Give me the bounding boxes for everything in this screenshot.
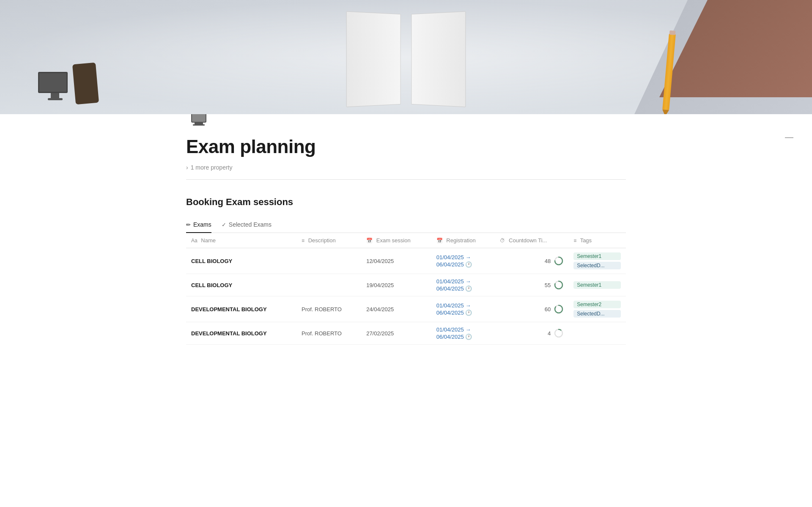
more-property-toggle[interactable]: › 1 more property: [186, 162, 626, 173]
col-countdown: ⏱ Countdown Ti...: [495, 233, 568, 248]
pencil-eraser: [669, 30, 676, 35]
exams-table: Aa Name ≡ Description 📅 Exam session 📅 R…: [186, 233, 626, 345]
table-row[interactable]: CELL BIOLOGY19/04/2025 01/04/2025 → 06/0…: [186, 274, 626, 296]
tags-col-icon: ≡: [573, 238, 576, 244]
tab-exams[interactable]: ✏ Exams: [186, 218, 211, 233]
page-title: Exam planning: [186, 136, 626, 157]
name-col-icon: Aa: [191, 238, 198, 244]
monitor-screen: [38, 72, 68, 93]
cell-registration[interactable]: 01/04/2025 → 06/04/2025 🕐: [431, 296, 495, 322]
tags-col-label: Tags: [580, 237, 592, 244]
section-divider: [186, 179, 626, 180]
desc-col-icon: ≡: [302, 238, 304, 244]
name-col-label: Name: [201, 237, 216, 244]
reg-col-label: Registration: [446, 237, 475, 244]
tab-selected-exams-label: Selected Exams: [229, 221, 272, 228]
hero-banner: [0, 0, 812, 114]
cell-countdown: 55: [495, 274, 568, 296]
svg-point-9: [555, 305, 562, 313]
cell-name: DEVELOPMENTAL BIOLOGY: [186, 296, 296, 322]
table-row[interactable]: CELL BIOLOGY12/04/2025 01/04/2025 → 06/0…: [186, 248, 626, 274]
check-tab-icon: ✓: [222, 222, 226, 228]
tab-selected-exams[interactable]: ✓ Selected Exams: [222, 218, 272, 233]
progress-circle: [554, 280, 563, 290]
cell-exam-session: 12/04/2025: [361, 248, 431, 274]
cell-countdown: 48: [495, 248, 568, 274]
cell-registration[interactable]: 01/04/2025 → 06/04/2025 🕐: [431, 248, 495, 274]
progress-circle: [554, 256, 563, 266]
cell-tags: Semester1SelectedD...: [568, 248, 626, 274]
countdown-col-label: Countdown Ti...: [509, 237, 547, 244]
tab-bar: ✏ Exams ✓ Selected Exams: [186, 218, 626, 233]
cell-registration[interactable]: 01/04/2025 → 06/04/2025 🕐: [431, 274, 495, 296]
table-row[interactable]: DEVELOPMENTAL BIOLOGYProf. ROBERTO24/04/…: [186, 296, 626, 322]
cell-name: CELL BIOLOGY: [186, 274, 296, 296]
cell-tags: Semester2SelectedD...: [568, 296, 626, 322]
col-registration: 📅 Registration: [431, 233, 495, 248]
cell-countdown: 60: [495, 296, 568, 322]
tab-exams-label: Exams: [193, 221, 211, 228]
tag-badge: Semester1: [573, 252, 621, 260]
hero-book-decoration: [347, 13, 465, 106]
cell-exam-session: 27/02/2025: [361, 322, 431, 345]
svg-rect-1: [195, 123, 203, 124]
exam-col-icon: 📅: [366, 238, 373, 244]
cell-countdown: 4: [495, 322, 568, 345]
desc-col-label: Description: [308, 237, 336, 244]
cell-description: Prof. ROBERTO: [296, 296, 361, 322]
tag-badge: Semester2: [573, 301, 621, 308]
progress-circle: [554, 329, 563, 338]
book-left-page: [346, 11, 401, 107]
table-body: CELL BIOLOGY12/04/2025 01/04/2025 → 06/0…: [186, 248, 626, 345]
col-name: Aa Name: [186, 233, 296, 248]
tag-badge: SelectedD...: [573, 310, 621, 318]
countdown-col-icon: ⏱: [500, 238, 505, 244]
tag-badge: Semester1: [573, 281, 621, 289]
svg-rect-2: [193, 124, 205, 126]
col-tags: ≡ Tags: [568, 233, 626, 248]
col-exam-session: 📅 Exam session: [361, 233, 431, 248]
cell-description: Prof. ROBERTO: [296, 322, 361, 345]
monitor-base: [48, 98, 63, 100]
exam-col-label: Exam session: [376, 237, 411, 244]
hero-monitor-decoration: [38, 72, 72, 101]
cell-tags: [568, 322, 626, 345]
exams-table-container: Aa Name ≡ Description 📅 Exam session 📅 R…: [186, 233, 626, 345]
cell-description: [296, 248, 361, 274]
cell-tags: Semester1: [568, 274, 626, 296]
reg-col-icon: 📅: [436, 238, 443, 244]
more-property-label: 1 more property: [191, 164, 233, 171]
progress-circle: [554, 304, 563, 314]
svg-point-10: [555, 329, 562, 337]
tag-badge: SelectedD...: [573, 262, 621, 269]
minimize-button[interactable]: —: [783, 131, 795, 143]
cell-name: CELL BIOLOGY: [186, 248, 296, 274]
cell-exam-session: 19/04/2025: [361, 274, 431, 296]
col-description: ≡ Description: [296, 233, 361, 248]
table-row[interactable]: DEVELOPMENTAL BIOLOGYProf. ROBERTO27/02/…: [186, 322, 626, 345]
chevron-down-icon: ›: [186, 164, 188, 171]
page-content: Exam planning › 1 more property Booking …: [152, 106, 660, 345]
cell-name: DEVELOPMENTAL BIOLOGY: [186, 322, 296, 345]
pencil-tab-icon: ✏: [186, 222, 191, 228]
table-header: Aa Name ≡ Description 📅 Exam session 📅 R…: [186, 233, 626, 248]
hero-phone-decoration: [72, 63, 99, 104]
cell-exam-session: 24/04/2025: [361, 296, 431, 322]
cell-description: [296, 274, 361, 296]
pencil-tip: [662, 110, 669, 114]
monitor-stand: [51, 93, 59, 98]
section-title: Booking Exam sessions: [186, 197, 626, 208]
book-right-page: [411, 11, 466, 107]
cell-registration[interactable]: 01/04/2025 → 06/04/2025 🕐: [431, 322, 495, 345]
header-row: Aa Name ≡ Description 📅 Exam session 📅 R…: [186, 233, 626, 248]
